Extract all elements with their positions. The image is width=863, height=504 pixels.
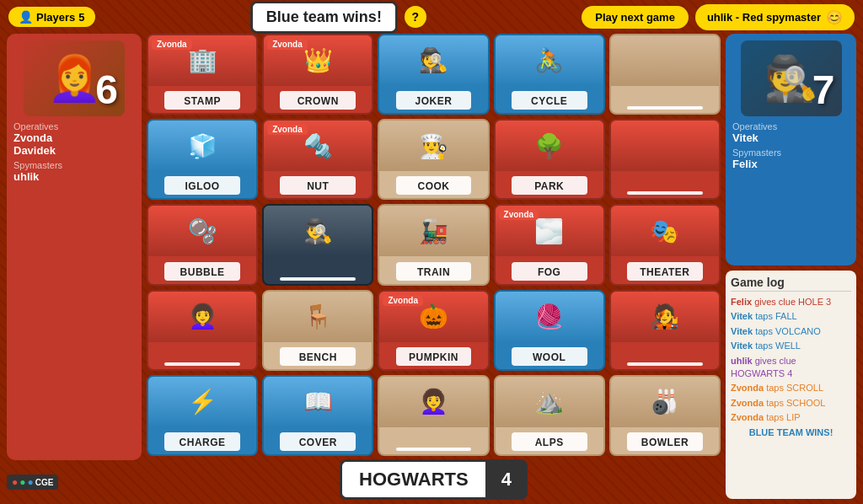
blue-wins-banner: Blue team wins! [250, 1, 398, 34]
clue-number: 4 [485, 459, 528, 500]
players-count: 5 [78, 11, 84, 24]
card-r1c5-image [611, 35, 719, 86]
log-9: BLUE TEAM WINS! [731, 426, 851, 440]
card-charge-label: CHARGE [180, 437, 226, 448]
card-pumpkin-tag: Zvonda [383, 295, 423, 306]
card-r1c5[interactable] [609, 34, 721, 115]
card-bowler[interactable]: 🎳 BOWLER [609, 375, 721, 456]
card-crown[interactable]: Zvonda 👑 CROWN [262, 34, 373, 115]
card-igloo-label-bar: IGLOO [164, 176, 240, 195]
card-joker-image: 🕵️ [379, 35, 487, 86]
card-charge-image: ⚡ [148, 377, 256, 427]
card-alps-image: ⛰️ [496, 377, 603, 427]
card-train[interactable]: 🚂 TRAIN [378, 204, 489, 285]
card-charge[interactable]: ⚡ CHARGE [147, 375, 258, 456]
blue-team-info: Operatives Vitek Spymasters Felix [732, 121, 850, 170]
card-nut[interactable]: Zvonda 🔩 NUT [262, 119, 373, 200]
red-spymasters-label: Spymasters [13, 160, 135, 170]
clue-bar: HOGWARTS 4 [147, 460, 721, 499]
logo-dot-b: ● [28, 476, 34, 488]
card-igloo[interactable]: 🧊 IGLOO [147, 119, 258, 200]
log-1: Felix gives clue HOLE 3 [731, 295, 851, 309]
logo-dot-r: ● [12, 476, 18, 488]
card-alps[interactable]: ⛰️ ALPS [494, 375, 605, 456]
card-bowler-label-bar: BOWLER [627, 432, 703, 451]
card-cover[interactable]: 📖 COVER [262, 375, 373, 456]
red-operatives-label: Operatives [13, 121, 135, 131]
card-nut-tag: Zvonda [267, 124, 308, 135]
card-bench-label: BENCH [299, 351, 337, 363]
players-label: Players [36, 11, 75, 24]
game-log-title: Game log [731, 276, 851, 292]
card-bubble-label: BUBBLE [180, 266, 225, 278]
logo-text: CGE [35, 478, 54, 487]
log-2: Vitek taps FALL [731, 309, 851, 324]
blue-team-number: 7 [812, 67, 835, 113]
card-fog[interactable]: Zvonda 🌫️ FOG [494, 204, 605, 285]
card-joker-label: JOKER [415, 95, 453, 107]
card-crown-label-bar: CROWN [280, 91, 356, 110]
card-pumpkin-label-bar: PUMPKIN [396, 347, 472, 366]
card-alps-label: ALPS [535, 437, 564, 448]
blue-spymasters-names: Felix [732, 158, 850, 170]
card-bench-image: 🪑 [264, 292, 372, 342]
card-bubble-label-bar: BUBBLE [164, 262, 240, 281]
card-bowler-image: 🎳 [611, 377, 719, 427]
right-panel: 🕵️ 7 Operatives Vitek Spymasters Felix G… [726, 34, 856, 499]
card-theater-label-bar: THEATER [627, 262, 703, 281]
card-wool-label-bar: WOOL [512, 347, 587, 366]
red-team-card: 👩‍🦰 6 Operatives ZvondaDavidek Spymaster… [7, 34, 142, 460]
card-cover-image: 📖 [264, 377, 372, 427]
card-r2c5-label-bar [627, 191, 703, 195]
card-bubble-image: 🫧 [148, 206, 256, 256]
user-badge: uhlik - Red spymaster 😊 [695, 4, 855, 30]
card-cover-label: COVER [299, 437, 337, 448]
card-park[interactable]: 🌳 PARK [494, 119, 605, 200]
card-cover-label-bar: COVER [280, 432, 356, 451]
logo-dot-g: ● [19, 476, 25, 488]
card-r2c5-image [611, 121, 719, 171]
log-5: uhlik gives clue HOGWARTS 4 [731, 354, 851, 382]
top-center: Blue team wins! ? [250, 1, 426, 34]
card-cook[interactable]: 👨‍🍳 COOK [378, 119, 489, 200]
card-bubble[interactable]: 🫧 BUBBLE [147, 204, 258, 285]
card-cook-label: COOK [417, 180, 449, 192]
card-r5c3-image: 👩‍🦱 [379, 377, 487, 427]
help-button[interactable]: ? [405, 6, 426, 28]
card-wool[interactable]: 🧶 WOOL [494, 290, 605, 371]
card-joker[interactable]: 🕵️ JOKER [378, 34, 489, 115]
card-r1c5-label-bar [627, 106, 703, 110]
blue-team-card: 🕵️ 7 Operatives Vitek Spymasters Felix [726, 34, 856, 265]
card-bench[interactable]: 🪑 BENCH [262, 290, 373, 371]
card-grid: Zvonda 🏢 STAMP Zvonda 👑 CROWN 🕵️ JOKER 🚴… [147, 34, 721, 456]
clue-word: HOGWARTS [340, 459, 485, 500]
card-r4c1[interactable]: 👩‍🦱 [147, 290, 258, 371]
card-stamp[interactable]: Zvonda 🏢 STAMP [147, 34, 258, 115]
card-r4c5[interactable]: 🧑‍🎤 [609, 290, 721, 371]
card-r4c1-image: 👩‍🦱 [148, 292, 256, 342]
card-stamp-label-bar: STAMP [164, 91, 240, 110]
card-igloo-label: IGLOO [185, 180, 220, 192]
logo-box: ● ● ● CGE [7, 475, 58, 490]
card-r2c5[interactable] [609, 119, 721, 200]
blue-operatives-label: Operatives [732, 121, 850, 131]
card-theater[interactable]: 🎭 THEATER [609, 204, 721, 285]
card-crown-label: CROWN [297, 95, 339, 107]
red-spymasters-names: uhlik [13, 170, 135, 183]
card-wool-label: WOOL [533, 351, 566, 363]
card-fog-label: FOG [538, 266, 561, 278]
card-theater-label: THEATER [640, 266, 689, 278]
card-r5c3[interactable]: 👩‍🦱 [378, 375, 489, 456]
card-cycle[interactable]: 🚴 CYCLE [494, 34, 605, 115]
card-pumpkin[interactable]: Zvonda 🎃 PUMPKIN [378, 290, 489, 371]
logo-area: ● ● ● CGE [7, 465, 142, 499]
card-assassin[interactable]: 🕵️‍♂️ [262, 204, 373, 285]
card-fog-tag: Zvonda [499, 209, 539, 220]
card-cycle-label-bar: CYCLE [512, 91, 587, 110]
red-team-number: 6 [95, 67, 118, 113]
card-wool-image: 🧶 [496, 292, 603, 342]
left-panel: 👩‍🦰 6 Operatives ZvondaDavidek Spymaster… [7, 34, 142, 499]
grid-area: Zvonda 🏢 STAMP Zvonda 👑 CROWN 🕵️ JOKER 🚴… [147, 34, 721, 499]
play-next-button[interactable]: Play next game [582, 6, 689, 29]
card-r4c5-image: 🧑‍🎤 [611, 292, 719, 342]
